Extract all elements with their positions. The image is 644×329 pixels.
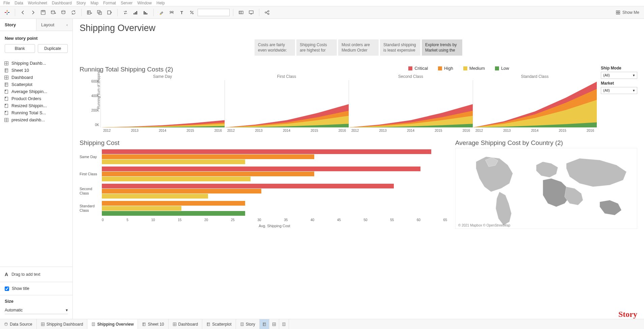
group-icon[interactable] — [167, 8, 176, 17]
save-icon[interactable] — [39, 8, 48, 17]
svg-rect-27 — [616, 11, 618, 12]
back-icon[interactable] — [19, 8, 27, 17]
bar[interactable] — [102, 184, 394, 188]
caption-4[interactable]: Explore trends by Market using the — [422, 39, 462, 56]
chevron-down-icon: ▾ — [633, 88, 635, 93]
sidebar-item-1[interactable]: Sheet 10 — [3, 67, 69, 74]
btab-dashboard[interactable]: Dashboard — [169, 319, 203, 329]
legend-item[interactable]: Medium — [463, 66, 485, 71]
x-axis-label: Avg. Shipping Cost — [102, 224, 447, 228]
share-icon[interactable] — [263, 8, 271, 17]
btab-data-source[interactable]: Data Source — [0, 319, 37, 329]
legend-item[interactable]: Low — [495, 66, 509, 71]
svg-rect-4 — [41, 10, 45, 14]
caption-2[interactable]: Most orders are Medium Order — [338, 39, 379, 56]
size-dropdown[interactable]: Automatic▾ — [5, 306, 68, 314]
sidebar-item-3[interactable]: Scatterplot — [3, 81, 69, 88]
bar[interactable] — [102, 167, 420, 171]
bar[interactable] — [102, 194, 208, 199]
sort-desc-icon[interactable] — [141, 8, 150, 17]
duplicate-button[interactable]: Duplicate — [38, 44, 68, 53]
auto-update-icon[interactable] — [59, 8, 68, 17]
legend-item[interactable]: Critical — [408, 66, 428, 71]
panel-same-day[interactable]: Same Day 20122013201420152016 — [100, 73, 225, 132]
menu-format[interactable]: Format — [103, 1, 116, 5]
legend-item[interactable]: High — [438, 66, 453, 71]
caption-1[interactable]: Shipping Costs are highest for — [296, 39, 337, 56]
caption-0[interactable]: Costs are fairly even worldwide: — [255, 39, 295, 56]
sidebar-item-2[interactable]: Dashboard — [3, 74, 69, 81]
sidebar-item-4[interactable]: Average Shippin... — [3, 88, 69, 95]
show-me-button[interactable]: Show Me — [614, 10, 641, 15]
sidebar-item-8[interactable]: presized dashb... — [3, 116, 69, 123]
forward-icon[interactable] — [29, 8, 37, 17]
menu-file[interactable]: File — [3, 1, 10, 5]
menu-server[interactable]: Server — [121, 1, 133, 5]
menu-help[interactable]: Help — [156, 1, 165, 5]
bar[interactable] — [102, 211, 245, 216]
bar[interactable] — [102, 149, 431, 154]
btab-shipping-overview[interactable]: Shipping Overview — [87, 319, 138, 329]
bar-group — [102, 200, 447, 217]
sidebar-item-5[interactable]: Product Orders — [3, 95, 69, 102]
show-title-input[interactable] — [5, 287, 9, 291]
new-data-icon[interactable] — [49, 8, 58, 17]
sidebar-item-6[interactable]: Resized Shippin... — [3, 102, 69, 109]
svg-rect-15 — [144, 11, 145, 14]
menu-story[interactable]: Story — [77, 1, 86, 5]
bar-group — [102, 148, 447, 165]
panel-first-class[interactable]: First Class 20122013201420152016 — [225, 73, 349, 132]
menu-worksheet[interactable]: Worksheet — [28, 1, 47, 5]
svg-rect-2 — [5, 12, 6, 13]
panel-second-class[interactable]: Second Class 20122013201420152016 — [349, 73, 473, 132]
show-title-checkbox[interactable]: Show title — [0, 282, 72, 295]
duplicate-icon[interactable] — [95, 8, 104, 17]
swap-icon[interactable] — [121, 8, 130, 17]
bar[interactable] — [102, 177, 251, 181]
menu-map[interactable]: Map — [91, 1, 98, 5]
bar[interactable] — [102, 189, 261, 193]
highlight-icon[interactable] — [157, 8, 166, 17]
menu-window[interactable]: Window — [137, 1, 152, 5]
clear-icon[interactable] — [105, 8, 114, 17]
present-icon[interactable] — [247, 8, 256, 17]
market-dropdown[interactable]: (All)▾ — [601, 87, 637, 94]
refresh-icon[interactable] — [69, 8, 78, 17]
menu-dashboard[interactable]: Dashboard — [52, 1, 72, 5]
drag-to-add-text[interactable]: A Drag to add text — [0, 267, 72, 282]
bar[interactable] — [102, 159, 245, 164]
btab-sheet-10[interactable]: Sheet 10 — [138, 319, 168, 329]
blank-button[interactable]: Blank — [5, 44, 35, 53]
map-chart[interactable]: © 2021 Mapbox © OpenStreetMap — [455, 148, 637, 229]
new-dash-icon[interactable] — [269, 319, 279, 329]
btab-scatterplot[interactable]: Scatterplot — [202, 319, 236, 329]
new-story-icon[interactable] — [279, 319, 289, 329]
sidebar-item-0[interactable]: Shipping Dashb... — [3, 60, 69, 67]
area-chart-panels[interactable]: Same Day 20122013201420152016 First Clas… — [100, 73, 597, 132]
bar[interactable] — [102, 172, 314, 176]
toolbar-input[interactable] — [198, 9, 230, 16]
new-worksheet-icon[interactable] — [85, 8, 94, 17]
tab-story[interactable]: Story — [0, 19, 36, 31]
text-icon[interactable]: T — [177, 8, 186, 17]
sort-asc-icon[interactable] — [131, 8, 140, 17]
bar-chart[interactable]: 05101520253035404550556065 Avg. Shipping… — [102, 148, 447, 228]
caption-3[interactable]: Standard shipping is least expensive — [380, 39, 420, 56]
tableau-logo-icon[interactable] — [3, 8, 11, 17]
bar[interactable] — [102, 206, 181, 211]
fit-icon[interactable] — [237, 8, 245, 17]
svg-rect-17 — [146, 13, 147, 14]
new-sheet-icon[interactable] — [260, 319, 269, 329]
bar[interactable] — [102, 201, 245, 206]
story-title[interactable]: Shipping Overview — [80, 23, 637, 33]
percent-icon[interactable] — [187, 8, 196, 17]
svg-rect-23 — [249, 11, 253, 13]
bar[interactable] — [102, 154, 314, 159]
ship-mode-dropdown[interactable]: (All)▾ — [601, 72, 637, 79]
btab-story[interactable]: Story — [236, 319, 260, 329]
btab-shipping-dashboard[interactable]: Shipping Dashboard — [37, 319, 88, 329]
panel-standard-class[interactable]: Standard Class 20122013201420152016 — [473, 73, 597, 132]
menu-data[interactable]: Data — [14, 1, 23, 5]
sidebar-item-7[interactable]: Running Total S... — [3, 109, 69, 116]
tab-layout[interactable]: Layout‹ — [36, 19, 72, 31]
